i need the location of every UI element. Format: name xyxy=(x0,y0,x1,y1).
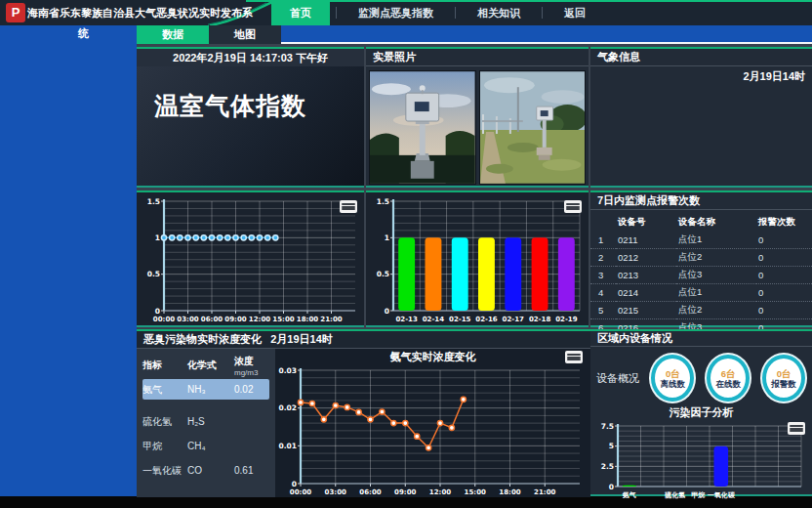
svg-text:0: 0 xyxy=(292,480,297,488)
nav-item-back[interactable]: 返回 xyxy=(548,0,601,25)
pollutant-row-h2s[interactable]: 硫化氢H₂S xyxy=(142,411,269,432)
svg-text:一氧化碳: 一氧化碳 xyxy=(708,491,736,499)
svg-text:12:00: 12:00 xyxy=(429,488,451,496)
panel-site-photos: 实景照片 xyxy=(366,47,589,188)
svg-text:02-13: 02-13 xyxy=(395,316,418,323)
panel-greenhouse-index: 2022年2月19日 14:17:03 下午好 温室气体指数 xyxy=(137,47,364,188)
svg-text:0.5: 0.5 xyxy=(147,270,160,278)
offline-count-badge: 0台 离线数 xyxy=(651,355,694,402)
nav-item-home[interactable]: 首页 xyxy=(271,0,330,25)
greenhouse-title-area: 温室气体指数 xyxy=(137,66,364,186)
svg-text:2.5: 2.5 xyxy=(601,462,614,471)
svg-text:5: 5 xyxy=(609,442,614,450)
svg-text:02-15: 02-15 xyxy=(449,316,471,323)
table-row: 40214点位10 xyxy=(590,284,812,302)
app-title: 海南省乐东黎族自治县大气恶臭状况实时发布系统 xyxy=(78,3,260,44)
svg-text:15:00: 15:00 xyxy=(465,488,486,496)
svg-text:21:00: 21:00 xyxy=(534,488,555,496)
svg-text:00:00: 00:00 xyxy=(153,316,175,323)
panel-weather: 气象信息 2月19日14时 xyxy=(590,47,812,188)
photo-strip xyxy=(366,66,589,189)
device-panel-title: 区域内设备情况 xyxy=(590,331,812,347)
table-row: 50215点位20 xyxy=(590,302,812,319)
svg-text:12:00: 12:00 xyxy=(249,316,270,323)
svg-text:09:00: 09:00 xyxy=(224,316,246,323)
svg-text:0.02: 0.02 xyxy=(278,403,297,412)
svg-text:1.5: 1.5 xyxy=(147,197,160,206)
pollutant-row-nh3[interactable]: 氨气NH₃0.02 xyxy=(142,379,269,400)
svg-text:00:00: 00:00 xyxy=(290,488,311,496)
online-count-badge: 6台 在线数 xyxy=(707,355,750,402)
logo-icon: P xyxy=(6,3,25,22)
device-overview-row: 设备概况 0台 离线数 6台 在线数 0台 报警数 xyxy=(590,347,812,405)
pollutant-row-co[interactable]: 一氧化碳CO0.61 xyxy=(142,460,269,481)
panel-alarm-table: 7日内监测点报警次数 设备号 设备名称 报警次数 10211点位10 20212… xyxy=(590,190,812,327)
alarm-table-header: 设备号 设备名称 报警次数 xyxy=(590,213,812,232)
svg-text:06:00: 06:00 xyxy=(201,316,223,323)
weather-timestamp: 2月19日14时 xyxy=(590,66,812,84)
chart-menu-icon[interactable] xyxy=(340,200,357,213)
greenhouse-index-line-chart: 00.511.500:0003:0006:0009:0012:0015:0018… xyxy=(139,194,362,323)
svg-text:7.5: 7.5 xyxy=(601,422,614,431)
alarm-panel-title: 7日内监测点报警次数 xyxy=(590,192,812,210)
site-photo-field[interactable] xyxy=(479,70,587,185)
svg-text:15:00: 15:00 xyxy=(272,316,294,323)
svg-text:甲烷: 甲烷 xyxy=(691,490,705,499)
svg-text:1.5: 1.5 xyxy=(377,197,389,206)
pollutant-table: 指标 化学式 浓度mg/m3 氨气NH₃0.02 硫化氢H₂S 甲烷CH₄ 一氧… xyxy=(137,349,275,497)
svg-text:0: 0 xyxy=(385,307,389,316)
page-title: 温室气体指数 xyxy=(137,66,364,122)
svg-text:0: 0 xyxy=(609,483,614,491)
factor-analysis-bar-chart: 02.557.5氨气硫化氢甲烷一氧化碳 xyxy=(592,419,808,499)
svg-text:18:00: 18:00 xyxy=(499,488,520,496)
svg-text:0.03: 0.03 xyxy=(278,366,297,375)
table-row: 20212点位20 xyxy=(590,249,812,267)
panel-pollutant-realtime: 恶臭污染物实时浓度变化 2月19日14时 指标 化学式 浓度mg/m3 氨气NH… xyxy=(137,329,590,496)
nav-separator xyxy=(336,7,337,19)
svg-text:02-18: 02-18 xyxy=(529,316,551,323)
svg-text:21:00: 21:00 xyxy=(320,316,342,323)
weather-panel-title: 气象信息 xyxy=(590,49,812,66)
panel-device-status: 区域内设备情况 设备概况 0台 离线数 6台 在线数 0台 报警数 污染因子分析… xyxy=(590,329,812,496)
chart-menu-icon[interactable] xyxy=(564,200,582,213)
svg-text:18:00: 18:00 xyxy=(297,316,318,323)
pollutant-panel-title: 恶臭污染物实时浓度变化 2月19日14时 xyxy=(137,331,590,349)
photos-panel-title: 实景照片 xyxy=(366,49,589,66)
factor-analysis-title: 污染因子分析 xyxy=(590,405,812,419)
chart-menu-icon[interactable] xyxy=(565,351,583,363)
svg-text:0.5: 0.5 xyxy=(377,270,389,278)
svg-text:03:00: 03:00 xyxy=(325,488,346,496)
nav-item-odor-index[interactable]: 监测点恶臭指数 xyxy=(343,0,449,25)
daily-index-bar-chart: 00.511.502-1302-1402-1502-1602-1702-1802… xyxy=(368,194,587,323)
nh3-chart-title: 氨气实时浓度变化 xyxy=(275,349,590,363)
nh3-trend-line-chart: 00.010.020.0300:0003:0006:0009:0012:0015… xyxy=(275,363,587,496)
svg-text:02-14: 02-14 xyxy=(423,316,445,323)
svg-text:09:00: 09:00 xyxy=(394,488,416,496)
alarm-table: 设备号 设备名称 报警次数 10211点位10 20212点位20 30213点… xyxy=(590,213,812,337)
pollutant-table-header: 指标 化学式 浓度mg/m3 xyxy=(142,354,269,377)
svg-text:氨气: 氨气 xyxy=(622,491,636,499)
svg-text:02-16: 02-16 xyxy=(475,316,498,323)
svg-text:02-17: 02-17 xyxy=(503,316,525,323)
datetime-greeting: 2022年2月19日 14:17:03 下午好 xyxy=(137,49,364,66)
site-photo-sunset[interactable] xyxy=(369,70,476,185)
nav-separator xyxy=(455,7,456,19)
svg-text:06:00: 06:00 xyxy=(359,488,381,496)
table-row: 30213点位30 xyxy=(590,267,812,284)
table-row: 10211点位10 xyxy=(590,232,812,249)
panel-daily-index-chart: 00.511.502-1302-1402-1502-1602-1702-1802… xyxy=(366,190,589,327)
svg-text:1: 1 xyxy=(385,233,389,242)
chart-menu-icon[interactable] xyxy=(788,422,805,435)
panel-index-trend-chart: 00.511.500:0003:0006:0009:0012:0015:0018… xyxy=(137,190,364,327)
svg-text:02-19: 02-19 xyxy=(555,316,578,323)
svg-text:03:00: 03:00 xyxy=(177,316,198,323)
nav-item-knowledge[interactable]: 相关知识 xyxy=(462,0,536,25)
svg-text:0: 0 xyxy=(155,307,160,316)
nav-separator xyxy=(542,7,543,19)
pollutant-row-ch4[interactable]: 甲烷CH₄ xyxy=(142,436,269,456)
main-nav: 首页 监测点恶臭指数 相关知识 返回 xyxy=(271,0,601,25)
nh3-chart-area: 氨气实时浓度变化 00.010.020.0300:0003:0006:0009:… xyxy=(275,349,590,497)
sub-header-divider xyxy=(281,42,812,44)
device-overview-label: 设备概况 xyxy=(596,371,643,386)
left-sidebar xyxy=(0,25,137,496)
